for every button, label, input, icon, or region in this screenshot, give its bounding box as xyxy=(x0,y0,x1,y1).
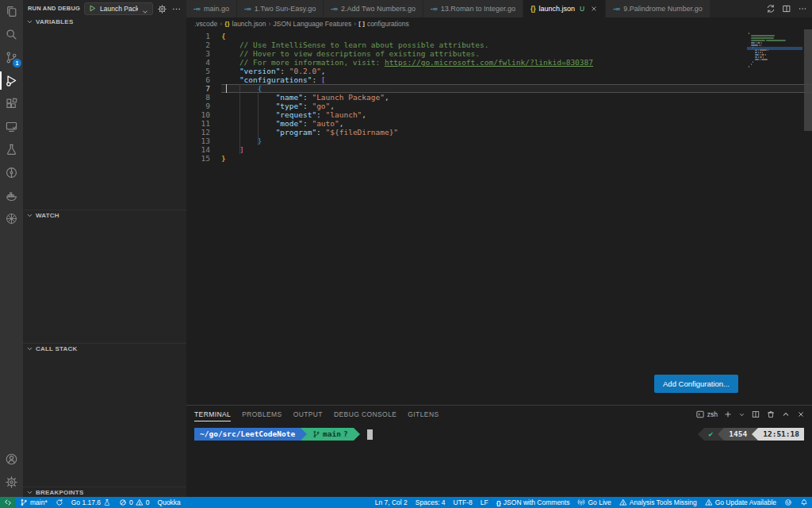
close-panel-icon[interactable] xyxy=(796,410,806,419)
status-problems[interactable]: 00 xyxy=(115,497,153,508)
status-language-mode[interactable]: {}JSON with Comments xyxy=(492,497,574,508)
code-line-14[interactable]: ] xyxy=(221,145,812,154)
code-line-4[interactable]: // For more information, visit: https://… xyxy=(221,58,812,67)
terminal-dropdown-chevron-icon[interactable] xyxy=(738,411,745,418)
editor-scrollbar[interactable] xyxy=(804,29,812,131)
tab-launch-json[interactable]: {}launch.jsonU xyxy=(523,0,606,17)
maximize-panel-icon[interactable] xyxy=(781,410,791,419)
status-go-version[interactable]: Go 1.17.6 xyxy=(67,497,115,508)
breadcrumb-item[interactable]: {}launch.json xyxy=(224,20,266,28)
code-line-3[interactable]: // Hover to view descriptions of existin… xyxy=(221,49,812,58)
status-feedback[interactable] xyxy=(780,497,796,508)
code-line-8[interactable]: "name": "Launch Package", xyxy=(221,93,812,102)
line-number[interactable]: 12 xyxy=(186,128,210,137)
line-number[interactable]: 3 xyxy=(186,49,210,58)
activity-item-source-control[interactable]: 1 xyxy=(0,46,23,69)
line-number[interactable]: 8 xyxy=(186,93,210,102)
line-number[interactable]: 7 xyxy=(186,84,210,93)
line-number[interactable]: 11 xyxy=(186,119,210,128)
activity-item-git-graph[interactable] xyxy=(0,161,23,184)
kill-terminal-icon[interactable] xyxy=(766,410,776,419)
close-tab-icon[interactable] xyxy=(590,5,598,13)
activity-item-kubernetes[interactable] xyxy=(0,207,23,230)
tab-2-add-two-numbers-go[interactable]: -∞2.Add Two Numbers.go xyxy=(324,0,423,17)
status-sync[interactable] xyxy=(52,497,67,508)
code-line-13[interactable]: } xyxy=(221,137,812,145)
section-header-call-stack[interactable]: CALL STACK xyxy=(23,343,186,353)
status-cursor-position[interactable]: Ln 7, Col 2 xyxy=(371,497,412,508)
open-changes-icon[interactable] xyxy=(766,4,776,13)
section-header-variables[interactable]: VARIABLES xyxy=(23,17,186,27)
tab-13-roman-to-integer-go[interactable]: -∞13.Roman to Integer.go xyxy=(423,0,523,17)
breadcrumb-item[interactable]: JSON Language Features xyxy=(274,20,352,28)
line-number[interactable]: 9 xyxy=(186,102,210,110)
line-number[interactable]: 2 xyxy=(186,40,210,49)
line-number[interactable]: 6 xyxy=(186,75,210,84)
activity-item-remote-explorer[interactable] xyxy=(0,115,23,138)
more-icon[interactable] xyxy=(798,4,807,13)
debug-start-icon[interactable] xyxy=(88,4,97,13)
code-line-1[interactable]: { xyxy=(221,32,812,40)
tab-9-palindrome-number-go[interactable]: -∞9.Palindrome Number.go xyxy=(606,0,710,17)
code-area[interactable]: 123456789101112131415 { // Use IntelliSe… xyxy=(186,29,812,163)
line-number[interactable]: 4 xyxy=(186,58,210,67)
breadcrumb-item[interactable]: [ ]configurations xyxy=(358,20,408,28)
status-go-live[interactable]: Go Live xyxy=(573,497,615,508)
code-line-9[interactable]: "type": "go", xyxy=(221,102,812,110)
panel-tab-output[interactable]: OUTPUT xyxy=(293,407,323,421)
section-header-breakpoints[interactable]: BREAKPOINTS xyxy=(23,487,186,497)
status-notifications[interactable] xyxy=(796,497,812,508)
status-indentation[interactable]: Spaces: 4 xyxy=(412,497,450,508)
breadcrumb-item[interactable]: .vscode xyxy=(194,20,217,28)
status-analysis-tools[interactable]: Analysis Tools Missing xyxy=(615,497,701,508)
code-line-5[interactable]: "version": "0.2.0", xyxy=(221,67,812,75)
code-lines[interactable]: { // Use IntelliSense to learn about pos… xyxy=(221,32,812,163)
line-number[interactable]: 10 xyxy=(186,110,210,119)
debug-gear-icon[interactable] xyxy=(157,3,167,13)
terminal-content[interactable]: ~/go/src/LeetCodeNote main ? xyxy=(186,423,812,497)
editor[interactable]: 123456789101112131415 { // Use IntelliSe… xyxy=(186,29,812,405)
activity-item-run-and-debug[interactable] xyxy=(0,69,23,92)
line-number[interactable]: 1 xyxy=(186,32,210,40)
activity-item-docker[interactable] xyxy=(0,184,23,207)
code-line-11[interactable]: "mode": "auto", xyxy=(221,119,812,128)
status-eol[interactable]: LF xyxy=(477,497,492,508)
more-actions-icon[interactable] xyxy=(171,3,182,13)
panel-tab-gitlens[interactable]: GITLENS xyxy=(408,407,439,421)
tab-main-go[interactable]: -∞main.go xyxy=(186,0,237,17)
launch-config-dropdown[interactable]: Launch Package xyxy=(84,2,153,15)
code-line-7[interactable]: { xyxy=(221,84,812,93)
status-quokka[interactable]: Quokka xyxy=(154,497,185,508)
code-line-12[interactable]: "program": "${fileDirname}" xyxy=(221,128,812,137)
activity-item-search[interactable] xyxy=(0,23,23,46)
line-number[interactable]: 14 xyxy=(186,145,210,154)
split-terminal-icon[interactable] xyxy=(751,410,760,419)
split-editor-icon[interactable] xyxy=(782,4,791,13)
line-number[interactable]: 5 xyxy=(186,67,210,75)
code-line-6[interactable]: "configurations": [ xyxy=(221,75,812,84)
shell-selector[interactable]: zsh xyxy=(695,410,718,419)
activity-item-settings[interactable] xyxy=(0,471,23,494)
status-encoding[interactable]: UTF-8 xyxy=(450,497,477,508)
activity-item-extensions[interactable] xyxy=(0,92,23,115)
new-terminal-icon[interactable] xyxy=(723,410,733,419)
minimap[interactable] xyxy=(749,31,801,68)
code-line-10[interactable]: "request": "launch", xyxy=(221,110,812,119)
line-number[interactable]: 13 xyxy=(186,137,210,145)
line-number-gutter[interactable]: 123456789101112131415 xyxy=(186,32,210,163)
code-line-15[interactable]: } xyxy=(221,154,812,163)
line-number[interactable]: 15 xyxy=(186,154,210,163)
status-git-branch[interactable]: main* xyxy=(16,497,52,508)
activity-item-explorer[interactable] xyxy=(0,0,23,23)
panel-tab-problems[interactable]: PROBLEMS xyxy=(242,407,282,421)
status-go-update[interactable]: Go Update Available xyxy=(701,497,780,508)
code-line-2[interactable]: // Use IntelliSense to learn about possi… xyxy=(221,40,812,49)
activity-item-accounts[interactable] xyxy=(0,448,23,471)
section-header-watch[interactable]: WATCH xyxy=(23,210,186,220)
breadcrumb[interactable]: .vscode›{}launch.json›JSON Language Feat… xyxy=(186,17,812,29)
panel-tab-debug-console[interactable]: DEBUG CONSOLE xyxy=(334,407,396,421)
add-configuration-button[interactable]: Add Configuration... xyxy=(654,375,738,393)
activity-item-testing[interactable] xyxy=(0,138,23,161)
tab-1-two-sun-easy-go[interactable]: -∞1.Two Sun-Easy.go xyxy=(237,0,324,17)
panel-tab-terminal[interactable]: TERMINAL xyxy=(194,407,231,421)
